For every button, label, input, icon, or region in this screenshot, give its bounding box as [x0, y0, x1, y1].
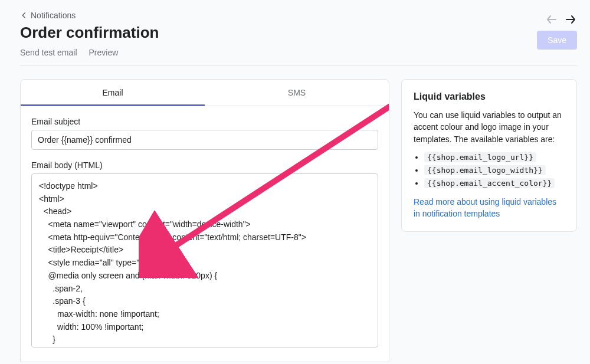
- arrow-left-icon: [546, 14, 558, 25]
- tab-email[interactable]: Email: [21, 80, 205, 106]
- chevron-left-icon: [20, 11, 28, 19]
- list-item: {{shop.email_logo_url}}: [424, 152, 565, 162]
- arrow-right-icon: [565, 14, 576, 25]
- list-item: {{shop.email_logo_width}}: [424, 165, 565, 175]
- email-subject-input[interactable]: [31, 130, 378, 150]
- main-card: Email SMS Email subject Email body (HTML…: [20, 79, 389, 362]
- liquid-variables-card: Liquid variables You can use liquid vari…: [401, 79, 577, 232]
- tab-sms[interactable]: SMS: [205, 80, 389, 106]
- email-subject-label: Email subject: [31, 117, 378, 126]
- page-title: Order confirmation: [20, 24, 545, 42]
- send-test-email-link[interactable]: Send test email: [20, 48, 77, 57]
- preview-link[interactable]: Preview: [89, 48, 119, 57]
- breadcrumb[interactable]: Notifications: [20, 11, 545, 20]
- list-item: {{shop.email_accent_color}}: [424, 178, 565, 188]
- liquid-variables-list: {{shop.email_logo_url}} {{shop.email_log…: [414, 152, 565, 188]
- liquid-variables-title: Liquid variables: [414, 91, 565, 102]
- learn-more-link[interactable]: Read more about using liquid variables i…: [414, 197, 556, 218]
- divider: [20, 65, 577, 66]
- breadcrumb-label: Notifications: [31, 11, 76, 20]
- liquid-var: {{shop.email_logo_width}}: [424, 165, 546, 175]
- next-arrow[interactable]: [564, 13, 577, 26]
- liquid-var: {{shop.email_accent_color}}: [424, 178, 555, 188]
- liquid-variables-desc: You can use liquid variables to output a…: [414, 109, 565, 145]
- prev-arrow[interactable]: [545, 13, 558, 26]
- email-body-input[interactable]: <!doctype html> <html> <head> <meta name…: [31, 173, 378, 347]
- liquid-var: {{shop.email_logo_url}}: [424, 152, 536, 162]
- email-body-label: Email body (HTML): [31, 160, 378, 170]
- save-button[interactable]: Save: [537, 31, 577, 50]
